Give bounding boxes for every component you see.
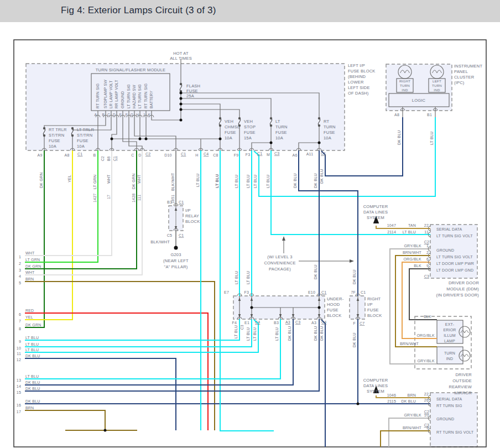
label: C3 xyxy=(240,325,244,330)
label: 10A xyxy=(225,136,232,140)
label: K xyxy=(148,113,150,117)
label: 15 xyxy=(17,390,21,394)
label: "A" PILLAR) xyxy=(164,264,188,269)
label: C1 xyxy=(179,233,184,237)
label: DK BLU xyxy=(320,169,324,184)
label: BLOCK xyxy=(185,219,200,224)
label: FUSE xyxy=(367,308,379,312)
label: DK BLU xyxy=(25,354,40,358)
label: FUSE xyxy=(244,130,256,135)
label: RED xyxy=(25,309,34,312)
figure-title-bar: Fig 4: Exterior Lamps Circuit (3 of 3) xyxy=(0,0,500,22)
label: 22 xyxy=(424,392,429,396)
label: LT DOOR LMP GND xyxy=(436,268,473,272)
label: 6 xyxy=(19,312,21,316)
label: 14 xyxy=(17,384,21,388)
label: C2 xyxy=(145,152,150,156)
label: LT BLU xyxy=(403,230,416,234)
wiring-diagram-page: HOT ATALL TIMESTURN SIGNAL/FLASHER MODUL… xyxy=(0,0,500,448)
label: C8 xyxy=(213,153,218,157)
label: RIGHT xyxy=(367,296,381,301)
label: IND xyxy=(446,357,454,361)
label: MODULE (DDM) xyxy=(446,286,479,291)
label: 1427 xyxy=(93,194,97,202)
label: LT BLU xyxy=(275,327,279,341)
label: G203 xyxy=(170,252,181,257)
label: TURN xyxy=(275,124,288,129)
label: 1428 xyxy=(132,194,136,202)
label: A8 xyxy=(394,113,399,117)
label: A3 xyxy=(285,320,290,324)
label: LT BLU xyxy=(235,271,238,284)
label: GROUND xyxy=(121,91,124,108)
wire-b8-wht xyxy=(25,150,112,256)
label: 9 xyxy=(19,340,21,343)
label: I/P xyxy=(367,302,373,307)
label: E1 xyxy=(244,321,249,325)
label: LT BLU xyxy=(25,342,39,346)
label: 1 xyxy=(426,244,429,248)
label: 10A xyxy=(275,136,283,140)
label: HOT AT xyxy=(173,51,189,56)
label: IND xyxy=(434,88,440,92)
label: ERIOR xyxy=(443,328,456,332)
label: DRIVER xyxy=(455,372,472,377)
label: DK GRN xyxy=(25,323,41,327)
label: LT TRLR xyxy=(77,127,94,132)
label: RT TURN SIG xyxy=(96,84,100,108)
label: GRY/BLK xyxy=(404,244,421,248)
label: 15A xyxy=(244,136,252,140)
label: DK BLU xyxy=(314,326,317,341)
label: BRN xyxy=(408,393,416,397)
label: 111 xyxy=(137,195,141,201)
label: B1 xyxy=(427,113,432,117)
label: F xyxy=(353,321,356,325)
label: LT GRN xyxy=(25,258,40,262)
label: LEFT xyxy=(433,79,441,83)
label: LEFT I/P xyxy=(348,63,365,68)
label: BRN/WHT xyxy=(400,342,419,346)
label: RT TURN SIG xyxy=(436,404,462,408)
wire-row17-brn xyxy=(25,410,105,430)
label: DK BLU xyxy=(314,174,317,189)
wire-a8-yel xyxy=(25,150,72,320)
figure-title: Fig 4: Exterior Lamps Circuit (3 of 3) xyxy=(61,5,216,16)
label: DATA LINES xyxy=(363,383,388,388)
junction-dot xyxy=(145,138,148,140)
label: FUSE xyxy=(275,130,287,135)
left-ip-fuse-block xyxy=(26,64,345,150)
label: 17 xyxy=(17,410,21,414)
arrow xyxy=(350,259,354,263)
label: BRN xyxy=(25,406,34,410)
label: GRY/BLK xyxy=(404,413,421,417)
label: BLK/WHT xyxy=(171,173,175,191)
label: LT BLU xyxy=(25,348,39,352)
label: RR LAMP VOLT xyxy=(114,80,118,108)
label: LT BLU xyxy=(25,374,39,378)
label: TAN xyxy=(408,223,416,227)
label: 17 xyxy=(107,195,111,199)
label: 25A xyxy=(186,93,194,98)
label: BLK xyxy=(424,315,431,319)
label: E10 xyxy=(308,290,315,294)
label: BLOCK xyxy=(367,313,382,318)
label: A6 xyxy=(293,153,298,157)
label: LT GRN xyxy=(93,175,97,189)
label: DK GRN xyxy=(132,174,136,189)
label: 5 xyxy=(19,281,21,285)
wire-f4-ltblu xyxy=(25,319,239,340)
ground-g203 xyxy=(174,246,178,250)
label: E7 xyxy=(224,290,229,294)
label: CHMSL xyxy=(225,124,239,129)
label: ST/TRN xyxy=(77,133,92,138)
label: CLUSTER xyxy=(454,75,475,80)
junction-dot xyxy=(111,138,113,140)
label: 11 xyxy=(424,230,429,234)
label: FUSE xyxy=(49,138,60,143)
label: LT BLU xyxy=(253,327,257,341)
label: TURN xyxy=(400,84,410,87)
label: YEL xyxy=(25,315,33,319)
label: LT DOOR LMP PWR xyxy=(436,262,474,265)
label: DK BLU xyxy=(25,399,40,403)
label: OUTSIDE xyxy=(452,378,472,383)
